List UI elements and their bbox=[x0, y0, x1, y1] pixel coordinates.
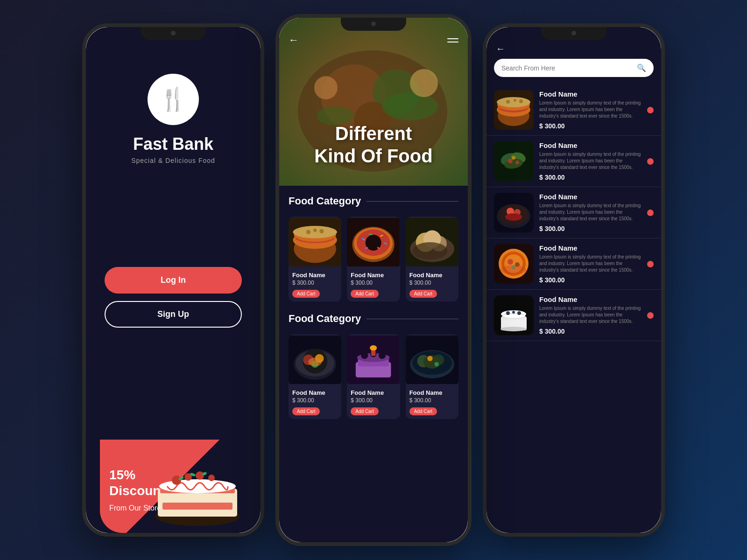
add-cart-btn-6[interactable]: Add Cart bbox=[409, 407, 437, 415]
svg-point-109 bbox=[506, 311, 510, 315]
hamburger-line-2 bbox=[447, 42, 458, 42]
list-item-1: Food Name Lorem Ipsum is simply dummy te… bbox=[486, 84, 661, 136]
food-card-5: Food Name $ 300.00 Add Cart bbox=[347, 334, 400, 419]
list-title-2: Food Name bbox=[539, 141, 641, 149]
list-curry-svg bbox=[494, 244, 534, 284]
food-card-title-2: Food Name bbox=[347, 272, 400, 279]
phone2-navbar: ← bbox=[289, 34, 458, 46]
list-price-3: $ 300.00 bbox=[539, 225, 641, 232]
app-title: Fast Bank bbox=[133, 134, 213, 154]
svg-point-26 bbox=[306, 230, 310, 234]
svg-point-78 bbox=[514, 99, 516, 102]
search-bar[interactable]: 🔍 bbox=[494, 59, 654, 77]
food-card-image-6 bbox=[406, 334, 458, 385]
hero-text-block: Different Kind Of Food bbox=[314, 122, 432, 167]
list-title-5: Food Name bbox=[539, 295, 641, 303]
back-arrow-btn[interactable]: ← bbox=[496, 43, 505, 54]
food-card-image-4 bbox=[289, 334, 341, 385]
svg-point-5 bbox=[172, 476, 181, 485]
mushroom-svg bbox=[406, 217, 458, 268]
food-card-title-3: Food Name bbox=[406, 272, 458, 279]
food-card-image-1 bbox=[289, 217, 341, 268]
svg-point-27 bbox=[313, 229, 317, 232]
list-image-5 bbox=[494, 295, 534, 335]
svg-point-7 bbox=[196, 471, 204, 480]
list-salad-svg bbox=[494, 141, 534, 181]
hero-title-line1: Different bbox=[335, 123, 412, 144]
svg-point-16 bbox=[382, 92, 438, 120]
list-burger-svg bbox=[494, 90, 534, 130]
hamburger-line-1 bbox=[447, 38, 458, 39]
svg-point-101 bbox=[507, 259, 513, 265]
search-input[interactable] bbox=[501, 64, 633, 72]
food-grid-1: Food Name $ 300.00 Add Cart bbox=[289, 217, 458, 301]
cake-image bbox=[148, 442, 247, 533]
search-icon[interactable]: 🔍 bbox=[637, 63, 646, 72]
add-cart-btn-1[interactable]: Add Cart bbox=[292, 290, 320, 298]
signup-button[interactable]: Sign Up bbox=[105, 301, 242, 328]
svg-point-19 bbox=[314, 76, 338, 99]
list-desc-2: Lorem Ipsum is simply dummy text of the … bbox=[539, 151, 641, 171]
hero-title: Different Kind Of Food bbox=[314, 122, 432, 167]
list-price-2: $ 300.00 bbox=[539, 174, 641, 181]
section1-title: Food Category bbox=[289, 195, 361, 207]
food-card-price-1: $ 300.00 bbox=[289, 279, 341, 288]
svg-point-86 bbox=[515, 161, 519, 164]
list-item-3: Food Name Lorem Ipsum is simply dummy te… bbox=[486, 187, 661, 238]
section1-divider bbox=[366, 201, 458, 202]
food-card-title-6: Food Name bbox=[406, 389, 458, 396]
food-card-price-5: $ 300.00 bbox=[347, 396, 400, 406]
svg-point-87 bbox=[512, 156, 515, 160]
list-info-4: Food Name Lorem Ipsum is simply dummy te… bbox=[539, 244, 641, 284]
list-indicator-3 bbox=[647, 210, 654, 216]
list-image-1 bbox=[494, 90, 534, 130]
add-cart-btn-5[interactable]: Add Cart bbox=[351, 407, 378, 415]
list-price-1: $ 300.00 bbox=[539, 122, 641, 130]
list-item-2: Food Name Lorem Ipsum is simply dummy te… bbox=[486, 136, 661, 187]
svg-point-95 bbox=[505, 213, 522, 221]
phone3-navbar: ← bbox=[486, 27, 661, 59]
svg-point-104 bbox=[500, 265, 527, 274]
section2-divider bbox=[366, 319, 458, 319]
promo-banner: 15% Discount From Our Store bbox=[100, 440, 247, 533]
section2-header: Food Category bbox=[289, 313, 458, 325]
back-arrow-icon[interactable]: ← bbox=[289, 34, 299, 46]
dark-bowl-svg bbox=[406, 334, 458, 385]
hero-title-line2: Kind Of Food bbox=[314, 146, 432, 166]
phone-login: 🍴 Fast Bank Special & Delicious Food Log… bbox=[82, 23, 264, 537]
svg-point-111 bbox=[517, 311, 521, 315]
list-indicator-5 bbox=[647, 312, 654, 319]
svg-point-79 bbox=[519, 99, 523, 103]
add-cart-btn-4[interactable]: Add Cart bbox=[292, 407, 320, 415]
svg-point-58 bbox=[361, 352, 368, 359]
svg-point-85 bbox=[508, 159, 513, 163]
food-card-title-5: Food Name bbox=[347, 389, 400, 396]
food-card-image-3 bbox=[406, 217, 458, 268]
list-info-1: Food Name Lorem Ipsum is simply dummy te… bbox=[539, 90, 641, 130]
svg-point-76 bbox=[497, 97, 530, 107]
login-button[interactable]: Log In bbox=[105, 267, 242, 294]
hamburger-menu-icon[interactable] bbox=[447, 38, 458, 42]
add-cart-btn-3[interactable]: Add Cart bbox=[409, 290, 437, 298]
list-desc-3: Lorem Ipsum is simply dummy text of the … bbox=[539, 203, 641, 222]
food-card-image-2 bbox=[347, 217, 400, 268]
app-subtitle: Special & Delicious Food bbox=[131, 157, 215, 164]
food-card-2: Food Name $ 300.00 Add Cart bbox=[347, 217, 400, 301]
list-desc-1: Lorem Ipsum is simply dummy text of the … bbox=[539, 100, 641, 119]
promo-percent: 15% bbox=[109, 468, 135, 482]
burger-svg bbox=[289, 217, 341, 268]
food-card-4: Food Name $ 300.00 Add Cart bbox=[289, 334, 341, 419]
donut-svg bbox=[347, 217, 400, 268]
list-desc-5: Lorem Ipsum is simply dummy text of the … bbox=[539, 305, 641, 325]
list-dessert-svg bbox=[494, 295, 534, 335]
food-card-title-1: Food Name bbox=[289, 272, 341, 279]
svg-point-62 bbox=[370, 345, 377, 350]
svg-point-18 bbox=[410, 69, 438, 97]
add-cart-btn-2[interactable]: Add Cart bbox=[351, 290, 378, 298]
food-card-price-6: $ 300.00 bbox=[406, 396, 458, 406]
food-card-3: Food Name $ 300.00 Add Cart bbox=[406, 217, 458, 301]
section1-header: Food Category bbox=[289, 195, 458, 207]
food-card-6: Food Name $ 300.00 Add Cart bbox=[406, 334, 458, 419]
purple-cake-svg bbox=[347, 334, 400, 385]
svg-point-69 bbox=[427, 356, 432, 361]
